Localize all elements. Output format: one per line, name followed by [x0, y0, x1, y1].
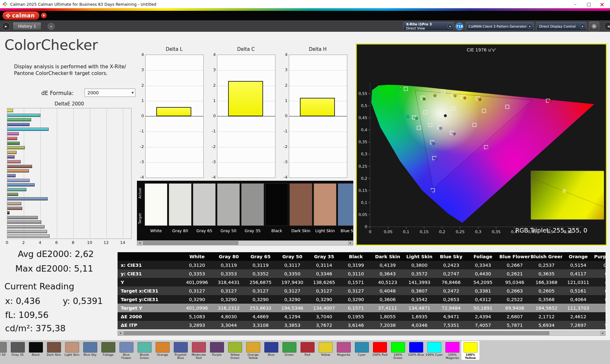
minimize-button[interactable]: –: [569, 0, 582, 8]
patch-item[interactable]: Bluish Green: [135, 341, 153, 360]
patch-item[interactable]: Green: [280, 341, 298, 360]
patch-item-selected[interactable]: 100% Yellow: [461, 341, 479, 360]
scrollbar-thumb[interactable]: [124, 331, 549, 335]
de-bar: [7, 202, 21, 205]
patch-item[interactable]: Black: [27, 341, 45, 360]
tab-bar: ▶ History 1 + X-Rite i1Pro 3 Direct View…: [0, 20, 610, 32]
table-cell: 4,4869: [245, 314, 276, 319]
patch-item[interactable]: Purple: [208, 341, 226, 360]
patch-item[interactable]: 100% Cyan: [425, 341, 443, 360]
patch-swatch: [373, 342, 387, 353]
table-cell: 197,9430: [276, 280, 308, 285]
measured-point-marker: [439, 127, 442, 130]
patch-item[interactable]: 100% Magenta: [443, 341, 461, 360]
grid-line: [146, 162, 203, 163]
table-cell: 256,6875: [245, 280, 276, 285]
table-scrollbar[interactable]: ◀ ▶: [118, 331, 606, 336]
scroll-left-icon[interactable]: ◀: [118, 331, 123, 335]
patch-item[interactable]: Moderate Red: [190, 341, 208, 360]
table-cell: 0,2653: [435, 297, 467, 302]
x-tick-label: 4: [39, 240, 41, 245]
scrollbar-thumb[interactable]: [143, 241, 238, 245]
chevron-down-icon[interactable]: ▼: [447, 24, 453, 29]
table-cell: 0,2747: [435, 271, 467, 276]
table-cell: 7,5351: [435, 323, 467, 328]
table-cell: 54,2095: [467, 280, 499, 285]
patch-item[interactable]: Cyan: [353, 341, 371, 360]
patch-item[interactable]: Red: [298, 341, 316, 360]
patch-item[interactable]: Magenta: [335, 341, 353, 360]
close-button[interactable]: ×: [595, 0, 609, 8]
scroll-left-icon[interactable]: ◀: [137, 241, 142, 245]
column-header: Gray 80: [213, 254, 245, 259]
cie-diagram: CIE 1976 u'v'00,050,10,150,20,250,30,350…: [357, 44, 606, 245]
column-header: Black: [340, 254, 372, 259]
patch-item[interactable]: Yellow Green: [226, 341, 244, 360]
de-bar: [7, 123, 30, 126]
patch-item[interactable]: Orange: [153, 341, 172, 360]
patch-swatch: [65, 342, 79, 353]
patch-swatch: [138, 342, 152, 353]
patch-item[interactable]: Light Skin: [63, 341, 81, 360]
patch-label: Black: [27, 353, 44, 356]
tab-history-1[interactable]: History 1: [13, 22, 41, 30]
display-control-dropdown[interactable]: Direct Display Control ▼: [536, 22, 586, 31]
table-cell: 7,2697: [562, 323, 594, 328]
y-tick-label: -4: [208, 175, 216, 179]
patch-label: Blue Sky: [81, 353, 99, 356]
x-tick-label: 0: [6, 240, 8, 245]
table-cell: 0,3290: [213, 297, 245, 302]
chevron-down-icon[interactable]: ▼: [580, 24, 585, 29]
table-cell: 134,4007: [308, 306, 340, 311]
calman-menu-button[interactable]: calman: [3, 11, 39, 20]
patch-item[interactable]: Blue: [262, 341, 280, 360]
patch-label: 100% Cyan: [425, 353, 443, 356]
nav-left-button[interactable]: ▶: [2, 22, 10, 30]
y-tick-label: 0,5: [361, 103, 367, 108]
table-cell: 121,0311: [562, 280, 594, 285]
nav-right-button[interactable]: ◀: [604, 22, 610, 31]
patch-swatch: [101, 342, 115, 353]
swatch-scrollbar[interactable]: ◀ ▶: [137, 240, 353, 246]
patch-item[interactable]: Yellow: [316, 341, 335, 360]
current-reading-xy: x: 0,436 y: 0,5391: [5, 296, 103, 306]
scroll-right-icon[interactable]: ▶: [600, 331, 605, 335]
add-tab-button[interactable]: +: [48, 23, 55, 30]
scroll-right-icon[interactable]: ▶: [348, 241, 353, 245]
y-tick-label: -3: [280, 159, 288, 164]
patch-item[interactable]: Gray 50: [0, 341, 9, 360]
patch-item[interactable]: 100% Blue: [407, 341, 425, 360]
patch-item[interactable]: Foliage: [99, 341, 117, 360]
patch-item[interactable]: Orange Yellow: [244, 341, 262, 360]
maximize-button[interactable]: □: [582, 0, 595, 8]
chart-plot: [145, 55, 204, 178]
settings-button[interactable]: [589, 22, 599, 31]
de-bar: [7, 230, 47, 233]
chevron-down-icon[interactable]: ▼: [527, 24, 532, 29]
patch-item[interactable]: Blue Sky: [81, 341, 99, 360]
meter-dropdown[interactable]: X-Rite i1Pro 3 Direct View ▼: [403, 22, 454, 31]
table-cell: 0,3643: [372, 271, 403, 276]
patch-item[interactable]: Dark Skin: [45, 341, 63, 360]
calman-menu-chevron-icon[interactable]: ▼: [41, 13, 47, 18]
table-cell: 0,4139: [372, 263, 403, 268]
de-bar: [7, 188, 26, 191]
x-tick-label: 14: [120, 240, 125, 245]
pattern-generator-dropdown[interactable]: CalMAN Client 3 Pattern Generator ▼: [466, 22, 534, 31]
de-formula-select[interactable]: 2000 ▼: [85, 89, 135, 97]
patch-item[interactable]: 100% Green: [389, 341, 407, 360]
patch-item[interactable]: Purplish Blue: [172, 341, 190, 360]
swatch-label: Gray 65: [193, 228, 216, 233]
column-header: Light Skin: [403, 254, 435, 259]
patch-item[interactable]: 100% Red: [371, 341, 389, 360]
patch-item[interactable]: Gray 35: [9, 341, 27, 360]
cie-diagram-panel[interactable]: CIE 1976 u'v'00,050,10,150,20,250,30,350…: [356, 44, 607, 246]
table-cell: 50,1891: [467, 306, 499, 311]
table-cell: 5,6934: [531, 323, 562, 328]
de-bar: [7, 137, 17, 140]
table-cell: 316,2312: [213, 306, 245, 311]
table-cell: 166,3368: [531, 280, 562, 285]
table-cell: 1,6935: [403, 314, 435, 319]
patch-swatch: [355, 342, 369, 353]
patch-item[interactable]: Blue Flower: [117, 341, 135, 360]
